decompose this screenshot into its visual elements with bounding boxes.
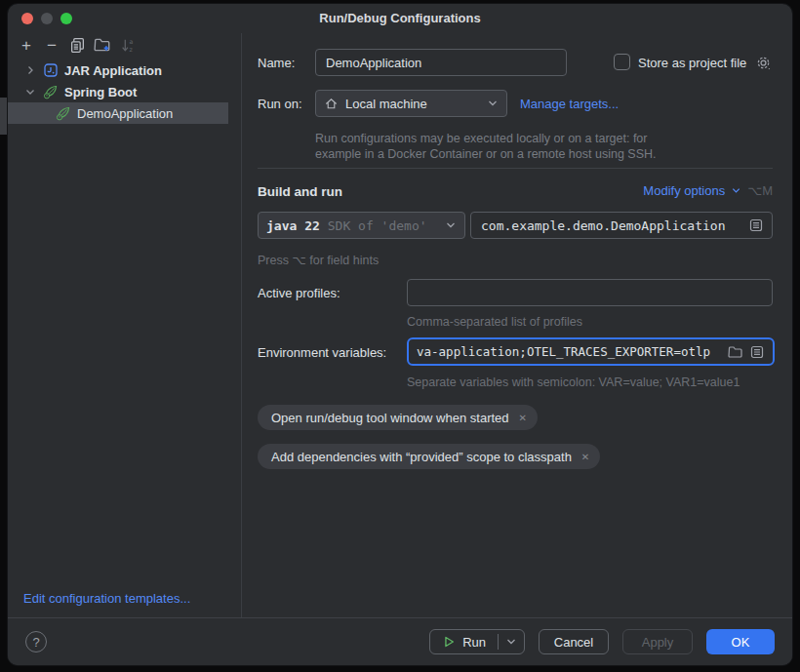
svg-text:a: a [129, 37, 133, 45]
environment-variables-label: Environment variables: [258, 345, 386, 360]
active-profiles-help: Comma-separated list of profiles [407, 315, 582, 329]
jar-application-icon [43, 62, 59, 78]
browse-folder-icon[interactable] [728, 344, 743, 360]
option-chip-provided-scope: Add dependencies with “provided” scope t… [258, 444, 600, 469]
new-folder-icon [94, 36, 111, 54]
chevron-down-icon[interactable] [731, 185, 741, 196]
chevron-right-icon[interactable] [23, 63, 37, 77]
jdk-select[interactable]: java 22 SDK of 'demo' [258, 212, 465, 239]
background-window-edge [0, 98, 8, 135]
environment-variables-field [407, 337, 775, 366]
cancel-button[interactable]: Cancel [539, 629, 609, 654]
titlebar: Run/Debug Configurations [8, 4, 792, 33]
add-configuration-button[interactable]: + [15, 33, 38, 57]
sidebar-divider [241, 33, 242, 617]
copy-icon [69, 37, 86, 54]
run-on-value: Local machine [345, 97, 427, 111]
run-on-help-line1: Run configurations may be executed local… [315, 131, 647, 146]
tree-item-label: JAR Application [64, 63, 162, 78]
store-as-project-file-checkbox[interactable] [614, 54, 630, 70]
question-mark-icon: ? [32, 635, 39, 650]
run-play-icon [442, 635, 456, 649]
apply-button[interactable]: Apply [622, 629, 693, 654]
help-button[interactable]: ? [25, 631, 47, 652]
plus-icon: + [21, 37, 31, 54]
chip-label: Add dependencies with “provided” scope t… [271, 450, 572, 464]
close-icon[interactable]: ✕ [519, 413, 527, 423]
modify-options-control: Modify options ⌥M [643, 183, 773, 198]
option-chip-open-tool-window: Open run/debug tool window when started … [258, 405, 538, 430]
modify-options-link[interactable]: Modify options [643, 183, 725, 198]
run-on-select[interactable]: Local machine [315, 90, 507, 117]
field-hints-text: Press ⌥ for field hints [258, 253, 379, 267]
name-input[interactable] [315, 49, 567, 76]
run-on-help-line2: example in a Docker Container or on a re… [315, 146, 656, 162]
run-split-button: Run [429, 629, 525, 654]
expand-variables-icon[interactable] [749, 344, 765, 360]
build-and-run-heading: Build and run [258, 184, 342, 199]
chip-label: Open run/debug tool window when started [271, 411, 509, 425]
screen: Run/Debug Configurations + − [0, 0, 800, 672]
remove-configuration-button[interactable]: − [40, 33, 63, 57]
chevron-down-icon[interactable] [23, 85, 37, 99]
environment-variables-help: Separate variables with semicolon: VAR=v… [407, 376, 740, 389]
chevron-down-icon [487, 98, 499, 109]
run-button-label: Run [462, 635, 486, 650]
window-title: Run/Debug Configurations [8, 4, 792, 33]
configurations-tree: JAR Application Spring Boot [8, 59, 241, 124]
store-as-project-file-label: Store as project file [638, 56, 746, 70]
spring-boot-icon [43, 84, 59, 99]
jdk-detail: SDK of 'demo' [328, 218, 427, 233]
jdk-name: java 22 [266, 218, 320, 233]
section-divider [258, 168, 773, 169]
tree-item-spring-boot[interactable]: Spring Boot [8, 81, 241, 102]
tree-item-jar-application[interactable]: JAR Application [8, 59, 241, 81]
spring-boot-icon [56, 105, 71, 121]
configurations-toolbar: + − [15, 33, 140, 57]
run-button[interactable]: Run [430, 630, 498, 653]
dialog-footer: ? Run C [8, 617, 792, 665]
ok-button[interactable]: OK [706, 629, 775, 654]
sort-configurations-button[interactable]: a z [116, 33, 140, 57]
svg-text:z: z [129, 45, 133, 53]
run-debug-configurations-dialog: Run/Debug Configurations + − [8, 4, 792, 665]
run-on-label: Run on: [258, 97, 302, 111]
sort-alphabetically-icon: a z [120, 37, 137, 54]
store-settings-gear-icon[interactable] [755, 55, 772, 74]
main-class-value[interactable]: com.example.demo.DemoApplication [471, 218, 748, 233]
new-folder-button[interactable] [91, 33, 114, 57]
copy-configuration-button[interactable] [65, 33, 89, 57]
tree-item-label: Spring Boot [64, 85, 137, 99]
tree-item-label: DemoApplication [77, 106, 173, 121]
main-class-field[interactable]: com.example.demo.DemoApplication [470, 212, 773, 239]
environment-variables-input[interactable] [409, 344, 728, 359]
browse-main-class-icon[interactable] [748, 217, 764, 233]
tree-item-demo-application[interactable]: DemoApplication [8, 102, 228, 124]
modify-options-shortcut: ⌥M [747, 183, 773, 198]
active-profiles-input[interactable] [407, 279, 773, 306]
home-icon [324, 97, 339, 111]
manage-targets-link[interactable]: Manage targets... [520, 97, 619, 111]
minus-icon: − [47, 37, 57, 54]
close-icon[interactable]: ✕ [581, 452, 589, 462]
active-profiles-label: Active profiles: [258, 286, 340, 300]
action-buttons: Run Cancel Apply OK [429, 629, 775, 654]
edit-configuration-templates-link[interactable]: Edit configuration templates... [23, 591, 190, 606]
chevron-down-icon [445, 219, 457, 231]
run-options-chevron-icon[interactable] [499, 630, 524, 653]
name-label: Name: [258, 56, 295, 70]
